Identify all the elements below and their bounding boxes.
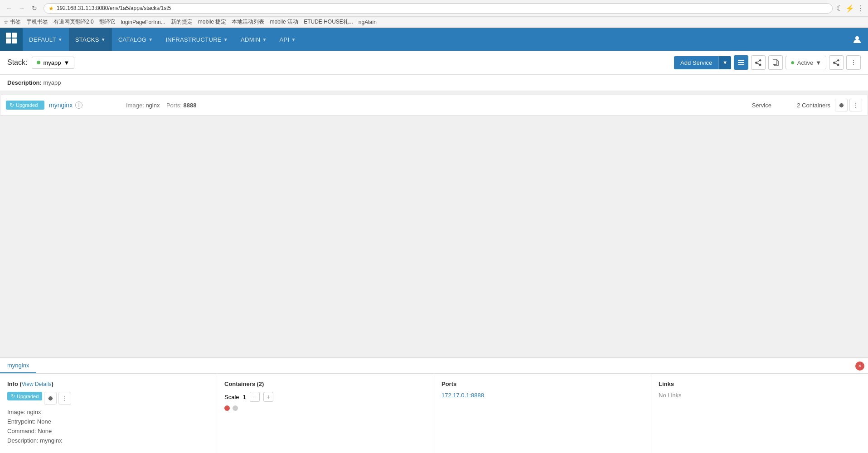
nav-default-arrow: ▼ [58, 37, 63, 42]
nav-admin-arrow: ▼ [262, 37, 267, 42]
bookmark-mobile-capture[interactable]: mobile 捷定 [198, 18, 227, 26]
service-name[interactable]: mynginx i [49, 101, 121, 109]
svg-rect-2 [6, 39, 11, 43]
service-row[interactable]: ↻ Upgraded mynginx i Image: nginx Ports:… [0, 95, 868, 116]
upgraded-icon: ↻ [10, 102, 14, 108]
nav-catalog-label: CATALOG [118, 36, 146, 43]
browser-chrome: ← → ↻ ★ 192.168.31.113:8080/env/1a5/apps… [0, 0, 868, 28]
detail-description-field: Description: mynginx [7, 437, 209, 444]
detail-entrypoint-field: Entrypoint: None [7, 418, 209, 425]
detail-content: Info (View Details) ↻ Upgraded ⋮ Image: [0, 374, 868, 453]
address-bar[interactable]: ★ 192.168.31.113:8080/env/1a5/apps/stack… [44, 3, 833, 14]
nav-item-stacks[interactable]: STACKS ▼ [69, 28, 112, 51]
detail-more-button[interactable]: ⋮ [58, 392, 71, 405]
stack-dropdown[interactable]: myapp ▼ [32, 57, 74, 69]
service-status-badge: ↻ Upgraded [6, 101, 44, 110]
detail-section-links: Links No Links [651, 374, 868, 453]
more-options-button[interactable]: ⋮ [846, 55, 861, 70]
browser-action-buttons: ☾ ⚡ ⋮ [836, 4, 864, 13]
ports-value: 8888 [184, 102, 197, 109]
browser-toolbar: ← → ↻ ★ 192.168.31.113:8080/env/1a5/apps… [0, 0, 868, 17]
nav-catalog-arrow: ▼ [148, 37, 153, 42]
share-button[interactable] [751, 55, 766, 70]
service-name-text: mynginx [49, 101, 73, 109]
info-icon[interactable]: i [75, 101, 82, 109]
scale-control: Scale 1 − + [224, 392, 427, 402]
bookmark-mobile[interactable]: 手机书签 [26, 18, 48, 26]
svg-rect-7 [738, 64, 744, 65]
more-icon: ⋮ [857, 4, 864, 13]
service-containers: 2 Containers [776, 102, 830, 109]
detail-info-title: Info (View Details) [7, 381, 209, 387]
refresh-button[interactable]: ↻ [29, 3, 40, 14]
service-type: Service [717, 102, 771, 109]
list-view-button[interactable] [734, 55, 748, 70]
back-button[interactable]: ← [4, 3, 15, 14]
stack-dropdown-arrow: ▼ [64, 59, 70, 66]
stack-name: myapp [43, 59, 61, 66]
nav-stacks-arrow: ▼ [101, 37, 106, 42]
active-status-badge[interactable]: ● Active ▼ [786, 56, 826, 69]
bookmark-etude[interactable]: ETUDE HOUSE礼... [304, 18, 353, 26]
service-more-button[interactable]: ⋮ [849, 99, 862, 111]
add-service-caret-button[interactable]: ▼ [718, 56, 731, 69]
forward-button[interactable]: → [16, 3, 27, 14]
bookmarks-bar: ☆ 书签 手机书签 有道网页翻译2.0 翻译它 loginPageForInn.… [0, 17, 868, 28]
nav-item-api[interactable]: API ▼ [273, 28, 302, 51]
svg-point-4 [855, 36, 859, 40]
port-link[interactable]: 172.17.0.1:8888 [441, 392, 484, 399]
add-service-button[interactable]: Add Service [674, 56, 718, 69]
nav-user[interactable] [846, 35, 868, 44]
detail-section-info: Info (View Details) ↻ Upgraded ⋮ Image: [0, 374, 217, 453]
copy-button[interactable] [768, 55, 783, 70]
detail-ports-title: Ports [441, 381, 644, 387]
app-logo[interactable] [0, 28, 23, 51]
nav-default-label: Default [29, 36, 56, 43]
nav-item-admin[interactable]: ADMIN ▼ [234, 28, 273, 51]
detail-settings-button[interactable] [44, 392, 57, 405]
detail-containers-title: Containers (2) [224, 381, 427, 387]
bookmark-shujian[interactable]: ☆ 书签 [4, 18, 21, 26]
service-details: Image: nginx Ports: 8888 [126, 102, 713, 109]
add-service-group: Add Service ▼ [674, 56, 731, 69]
nav-item-infrastructure[interactable]: INFRASTRUCTURE ▼ [159, 28, 234, 51]
scale-increase-button[interactable]: + [263, 392, 273, 402]
service-settings-button[interactable] [835, 99, 848, 111]
nav-api-arrow: ▼ [291, 37, 296, 42]
detail-status-badge: ↻ Upgraded [7, 392, 42, 400]
image-label: Image: [126, 102, 144, 109]
scale-value: 1 [243, 394, 246, 400]
bookmark-mobile-activity[interactable]: mobile 活动 [270, 18, 298, 26]
active-dropdown-arrow: ▼ [815, 59, 821, 66]
nav-infrastructure-label: INFRASTRUCTURE [165, 36, 221, 43]
active-dot-icon: ● [790, 58, 795, 67]
scale-label: Scale [224, 394, 239, 400]
bookmark-translate[interactable]: 翻译它 [99, 18, 116, 26]
stack-title-area: Stack: myapp ▼ [7, 57, 74, 69]
browser-nav-buttons: ← → ↻ [4, 3, 40, 14]
bookmark-capture[interactable]: 新的捷定 [171, 18, 193, 26]
container-dot-2 [233, 405, 238, 411]
detail-command-field: Command: None [7, 428, 209, 434]
nav-item-default[interactable]: Default ▼ [23, 28, 69, 51]
bookmark-youdao[interactable]: 有道网页翻译2.0 [53, 18, 94, 26]
moon-icon: ☾ [836, 4, 843, 13]
detail-tabs: × mynginx [0, 358, 868, 374]
scale-decrease-button[interactable]: − [250, 392, 260, 402]
container-dot-1 [224, 405, 230, 411]
view-details-link[interactable]: View Details [22, 381, 52, 387]
nav-item-catalog[interactable]: CATALOG ▼ [112, 28, 160, 51]
bookmark-ngalain[interactable]: ngAlain [359, 19, 377, 25]
detail-tab-mynginx[interactable]: mynginx [0, 358, 36, 373]
detail-close-button[interactable]: × [855, 361, 864, 371]
detail-tab-label: mynginx [7, 362, 29, 369]
services-container: ↻ Upgraded mynginx i Image: nginx Ports:… [0, 95, 868, 116]
share-2-button[interactable] [829, 55, 844, 70]
svg-rect-9 [773, 59, 777, 64]
description-bar: Description: myapp [0, 75, 868, 91]
bookmark-local-activity[interactable]: 本地活动列表 [232, 18, 264, 26]
stack-header: Stack: myapp ▼ Add Service ▼ [0, 51, 868, 75]
detail-info-actions: ↻ Upgraded ⋮ [7, 392, 209, 405]
nav-items: Default ▼ STACKS ▼ CATALOG ▼ INFRASTRUCT… [23, 28, 302, 51]
bookmark-login[interactable]: loginPageForInn... [121, 19, 165, 25]
